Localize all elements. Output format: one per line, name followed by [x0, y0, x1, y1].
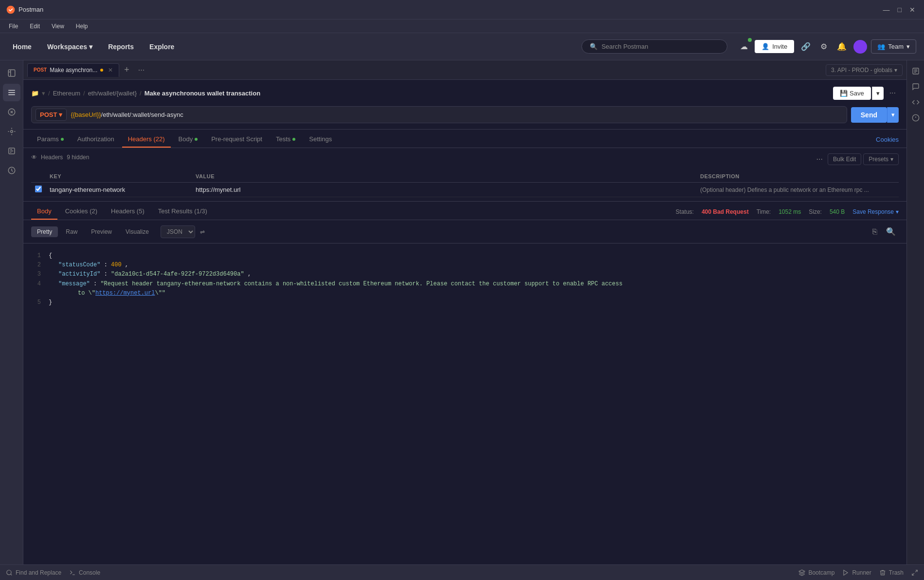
cloud-sync-dot — [748, 38, 752, 42]
tab-tests[interactable]: Tests — [270, 131, 301, 148]
body-dot — [195, 138, 198, 141]
team-button[interactable]: 👥 Team ▾ — [871, 39, 916, 54]
minimize-button[interactable]: — — [880, 6, 893, 14]
resp-tab-cookies[interactable]: Cookies (2) — [59, 204, 103, 220]
presets-button[interactable]: Presets ▾ — [863, 153, 899, 165]
bulk-edit-button[interactable]: Bulk Edit — [828, 153, 861, 165]
row-checkbox[interactable] — [35, 186, 42, 192]
find-replace-icon — [6, 569, 13, 576]
menu-edit[interactable]: Edit — [25, 21, 45, 31]
format-selector-wrapper: JSON XML HTML Text ⇌ — [161, 225, 208, 238]
bootcamp-button[interactable]: Bootcamp — [798, 569, 834, 576]
status-info: Status: 400 Bad Request Time: 1052 ms Si… — [676, 205, 899, 219]
code-line-4: 4 "message" : "Request header tangany-et… — [31, 280, 899, 289]
save-response-chevron-icon: ▾ — [896, 208, 899, 215]
active-tab[interactable]: POST Make asynchron... ✕ — [27, 63, 119, 77]
user-avatar[interactable] — [853, 40, 867, 54]
tab-body[interactable]: Body — [173, 131, 204, 148]
find-replace-button[interactable]: Find and Replace — [6, 569, 61, 576]
more-options-button[interactable]: ··· — [887, 86, 899, 100]
right-sidebar-comments-icon[interactable] — [909, 80, 923, 94]
console-icon — [69, 569, 76, 576]
invite-button[interactable]: 👤 Invite — [755, 40, 794, 53]
content-area: POST Make asynchron... ✕ + ··· 3. API - … — [23, 60, 906, 564]
eye-icon: 👁 — [31, 154, 37, 161]
fmt-tab-raw[interactable]: Raw — [60, 226, 83, 237]
resp-tab-test-results[interactable]: Test Results (1/3) — [152, 204, 213, 220]
url-bar-wrapper: POST ▾ {{baseUrl}}/eth/wallet/:wallet/se… — [31, 106, 899, 123]
headers-more-button[interactable]: ··· — [814, 152, 826, 167]
sidebar-mocks-icon[interactable] — [3, 142, 20, 160]
sidebar-environments-icon[interactable] — [3, 123, 20, 140]
fmt-tab-preview[interactable]: Preview — [85, 226, 118, 237]
tab-params[interactable]: Params — [31, 131, 70, 148]
tab-authorization[interactable]: Authorization — [72, 131, 120, 148]
right-sidebar-docs-icon[interactable] — [909, 64, 923, 78]
expand-button[interactable] — [911, 569, 918, 576]
method-select[interactable]: POST ▾ — [36, 109, 67, 121]
tab-pre-request[interactable]: Pre-request Script — [205, 131, 268, 148]
resp-tab-headers[interactable]: Headers (5) — [105, 204, 150, 220]
nav-home[interactable]: Home — [8, 40, 36, 54]
method-label: POST — [40, 111, 57, 118]
svg-line-14 — [915, 570, 917, 572]
save-dropdown-button[interactable]: ▾ — [872, 87, 884, 100]
save-response-button[interactable]: Save Response ▾ — [852, 208, 899, 215]
maximize-button[interactable]: □ — [895, 6, 905, 14]
fmt-tab-visualize[interactable]: Visualize — [120, 226, 155, 237]
connect-icon-button[interactable]: 🔗 — [798, 39, 814, 54]
add-tab-button[interactable]: + — [120, 63, 133, 77]
close-button[interactable]: ✕ — [906, 6, 918, 14]
fmt-tab-pretty[interactable]: Pretty — [31, 226, 58, 237]
send-button[interactable]: Send — [851, 107, 887, 123]
row-value[interactable]: https://mynet.url — [196, 186, 700, 193]
menu-view[interactable]: View — [47, 21, 69, 31]
sidebar-collections-icon[interactable] — [3, 84, 20, 101]
menu-file[interactable]: File — [4, 21, 23, 31]
settings-button[interactable]: ⚙ — [817, 39, 830, 54]
sidebar-apis-icon[interactable] — [3, 103, 20, 121]
cookies-link[interactable]: Cookies — [876, 132, 899, 147]
resp-tab-body[interactable]: Body — [31, 204, 57, 220]
team-icon: 👥 — [877, 43, 885, 50]
breadcrumb-collection[interactable]: Ethereum — [53, 90, 80, 97]
environment-selector[interactable]: 3. API - PROD - globals ▾ — [826, 64, 903, 76]
breadcrumb-separator-icon: ▾ — [42, 90, 45, 97]
row-key[interactable]: tangany-ethereum-network — [50, 186, 196, 193]
search-icon: 🔍 — [590, 43, 598, 50]
tab-headers[interactable]: Headers (22) — [122, 131, 171, 148]
search-response-button[interactable]: 🔍 — [883, 224, 899, 239]
breadcrumb-subfolder[interactable]: eth/wallet/{wallet} — [88, 90, 137, 97]
menu-help[interactable]: Help — [71, 21, 93, 31]
right-sidebar — [906, 60, 924, 564]
search-bar[interactable]: 🔍 Search Postman — [581, 39, 727, 54]
table-row: tangany-ethereum-network https://mynet.u… — [31, 183, 899, 197]
bottom-right: Bootcamp Runner Trash — [798, 569, 918, 576]
send-dropdown-button[interactable]: ▾ — [887, 107, 899, 123]
copy-response-button[interactable]: ⎘ — [870, 224, 880, 239]
sidebar-history-icon[interactable] — [3, 162, 20, 179]
main-layout: POST Make asynchron... ✕ + ··· 3. API - … — [0, 60, 924, 564]
nav-reports[interactable]: Reports — [103, 40, 139, 54]
url-input[interactable]: {{baseUrl}}/eth/wallet/:wallet/send-asyn… — [71, 111, 842, 118]
right-sidebar-code-icon[interactable] — [909, 95, 923, 109]
nav-workspaces[interactable]: Workspaces ▾ — [42, 40, 97, 54]
format-options-button[interactable]: ⇌ — [197, 225, 208, 238]
sidebar-new-icon[interactable] — [3, 64, 20, 82]
expand-icon — [911, 569, 918, 576]
console-button[interactable]: Console — [69, 569, 100, 576]
tab-settings[interactable]: Settings — [303, 131, 338, 148]
value-col-header: VALUE — [196, 173, 700, 179]
bottom-bar: Find and Replace Console Bootcamp Runner… — [0, 564, 924, 580]
right-sidebar-info-icon[interactable] — [909, 111, 923, 125]
tab-close-icon[interactable]: ✕ — [108, 67, 113, 74]
nav-explore[interactable]: Explore — [145, 40, 179, 54]
bell-button[interactable]: 🔔 — [834, 39, 850, 54]
save-button[interactable]: 💾 Save — [833, 87, 871, 100]
more-tabs-button[interactable]: ··· — [134, 64, 148, 76]
format-select[interactable]: JSON XML HTML Text — [161, 225, 195, 238]
save-icon: 💾 — [840, 90, 848, 97]
row-checkbox-wrapper — [35, 186, 50, 194]
trash-button[interactable]: Trash — [879, 569, 904, 576]
runner-button[interactable]: Runner — [842, 569, 871, 576]
